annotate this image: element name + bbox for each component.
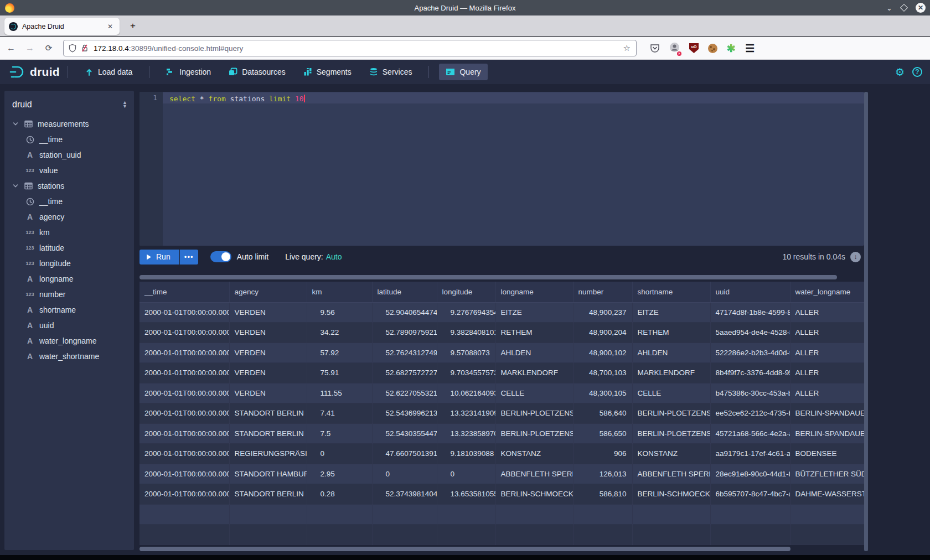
column-header-number[interactable]: number (573, 282, 632, 302)
sidebar-column-km[interactable]: 123km (4, 225, 134, 240)
download-icon[interactable]: ↓ (850, 252, 861, 262)
table-cell[interactable]: STANDORT BERLIN (229, 403, 307, 424)
table-cell[interactable]: ee52ce62-212c-4735-b4 (710, 403, 790, 424)
table-cell[interactable]: 13.3238589706 (437, 423, 495, 444)
table-cell[interactable]: CELLE (495, 383, 573, 403)
back-button[interactable]: ← (3, 40, 19, 56)
scrollbar-thumb[interactable] (140, 547, 790, 551)
table-cell[interactable]: BERLIN-PLOETZENSEE C (495, 403, 573, 424)
sidebar-column-number[interactable]: 123number (4, 287, 134, 302)
table-cell[interactable]: BERLIN-SCHMOECKWITZ (495, 484, 573, 505)
table-cell[interactable]: ALLER (790, 302, 864, 323)
table-cell[interactable]: 48,900,204 (573, 323, 632, 343)
table-cell[interactable]: 0.28 (307, 484, 372, 505)
table-cell[interactable]: BERLIN-SPANDAUER-S (790, 403, 864, 424)
tab-apache-druid[interactable]: Apache Druid ✕ (4, 18, 120, 35)
sidebar-column-__time[interactable]: __time (4, 194, 134, 209)
table-cell[interactable]: 48,300,105 (573, 383, 632, 403)
ublock-shield-icon[interactable]: uO (689, 43, 699, 53)
auto-limit-toggle[interactable] (210, 251, 231, 262)
table-cell[interactable]: 8b4f9f7c-3376-4dd8-95c (710, 363, 790, 383)
run-more-button[interactable]: ••• (180, 250, 198, 265)
schema-header[interactable]: druid ▲▼ (4, 91, 134, 116)
window-minimize-icon[interactable]: ⌄ (886, 4, 892, 12)
window-maximize-icon[interactable] (900, 4, 908, 12)
new-tab-button[interactable]: + (126, 20, 140, 33)
table-cell[interactable]: aa9179c1-17ef-4c61-a48 (710, 444, 790, 464)
column-header-longitude[interactable]: longitude (437, 282, 495, 302)
double-caret-icon[interactable]: ▲▼ (122, 101, 127, 108)
column-header-agency[interactable]: agency (229, 282, 307, 302)
table-cell[interactable]: 2000-01-01T00:00:00.000Z (140, 323, 229, 343)
table-cell[interactable]: VERDEN (229, 302, 307, 323)
column-header-shortname[interactable]: shortname (632, 282, 710, 302)
sidebar-column-water_longname[interactable]: Awater_longname (4, 333, 134, 349)
table-cell[interactable]: 52.7890975921 (372, 323, 437, 343)
table-cell[interactable]: BERLIN-SPANDAUER-S (790, 423, 864, 444)
table-cell[interactable]: 2000-01-01T00:00:00.000Z (140, 464, 229, 484)
table-cell[interactable]: EITZE (495, 302, 573, 323)
table-cell[interactable]: VERDEN (229, 323, 307, 343)
table-cell[interactable]: 28ec91e8-90c0-44d1-8fc (710, 464, 790, 484)
table-cell[interactable]: 2000-01-01T00:00:00.000Z (140, 403, 229, 424)
nav-item-query[interactable]: Query (439, 64, 487, 80)
sidebar-table-stations[interactable]: stations (4, 178, 134, 194)
table-cell[interactable]: 7.41 (307, 403, 372, 424)
url-text[interactable]: 172.18.0.4:30899/unified-console.html#qu… (94, 44, 622, 53)
table-cell[interactable]: 48,700,103 (573, 363, 632, 383)
table-cell[interactable]: 111.55 (307, 383, 372, 403)
table-cell[interactable]: ALLER (790, 343, 864, 363)
chevron-down-icon[interactable] (12, 121, 19, 127)
table-cell[interactable]: 586,810 (573, 484, 632, 505)
asterisk-extension-icon[interactable]: ✱ (727, 42, 736, 55)
sidebar-column-station_uuid[interactable]: Astation_uuid (4, 147, 134, 163)
sidebar-column-agency[interactable]: Aagency (4, 209, 134, 225)
table-cell[interactable]: EITZE (632, 302, 710, 323)
table-cell[interactable]: 0 (437, 464, 495, 484)
table-cell[interactable]: 2000-01-01T00:00:00.000Z (140, 484, 229, 505)
table-cell[interactable]: BODENSEE (790, 444, 864, 464)
chevron-down-icon[interactable] (12, 183, 19, 189)
account-icon[interactable]: ✕ (669, 42, 680, 55)
table-cell[interactable]: ABBENFLETH SPERRWER (632, 464, 710, 484)
tab-close-icon[interactable]: ✕ (105, 22, 115, 32)
column-header-__time[interactable]: __time (140, 282, 229, 302)
table-cell[interactable]: RETHEM (632, 323, 710, 343)
table-cell[interactable]: AHLDEN (632, 343, 710, 363)
sidebar-column-water_shortname[interactable]: Awater_shortname (4, 349, 134, 364)
sidebar-column-longname[interactable]: Alongname (4, 271, 134, 287)
run-button[interactable]: Run (140, 250, 179, 265)
table-cell[interactable]: ALLER (790, 323, 864, 343)
table-cell[interactable]: 52.6827572727 (372, 363, 437, 383)
nav-item-services[interactable]: Services (363, 64, 419, 80)
table-cell[interactable]: 906 (573, 444, 632, 464)
table-cell[interactable]: 586,650 (573, 423, 632, 444)
table-cell[interactable]: 34.22 (307, 323, 372, 343)
table-cell[interactable]: KONSTANZ (632, 444, 710, 464)
table-cell[interactable]: 75.91 (307, 363, 372, 383)
table-cell[interactable]: b475386c-30cc-453a-b3 (710, 383, 790, 403)
table-cell[interactable]: 9.3828408101 (437, 323, 495, 343)
table-cell[interactable]: 52.3743981404 (372, 484, 437, 505)
sidebar-column-__time[interactable]: __time (4, 132, 134, 147)
lock-broken-icon[interactable] (80, 44, 89, 53)
sidebar-table-measurements[interactable]: measurements (4, 116, 134, 132)
table-cell[interactable]: RETHEM (495, 323, 573, 343)
sidebar-column-longitude[interactable]: 123longitude (4, 256, 134, 271)
table-cell[interactable]: 47.6607501391 (372, 444, 437, 464)
table-cell[interactable]: BERLIN-PLOETZENSEE U (632, 423, 710, 444)
table-cell[interactable]: 5aaed954-de4e-4528-8f (710, 323, 790, 343)
table-cell[interactable]: BERLIN-PLOETZENSEE U (495, 423, 573, 444)
table-cell[interactable]: 52.7624312749 (372, 343, 437, 363)
column-header-longname[interactable]: longname (495, 282, 573, 302)
url-bar[interactable]: 172.18.0.4:30899/unified-console.html#qu… (63, 40, 637, 56)
column-header-latitude[interactable]: latitude (372, 282, 437, 302)
table-cell[interactable]: 522286e2-b2b3-4d0d-9a (710, 343, 790, 363)
table-cell[interactable]: STANDORT HAMBURG (229, 464, 307, 484)
table-cell[interactable]: 7.5 (307, 423, 372, 444)
cookie-icon[interactable] (708, 44, 717, 53)
table-cell[interactable]: 48,900,102 (573, 343, 632, 363)
window-close-icon[interactable]: ✕ (916, 3, 926, 13)
table-cell[interactable]: 9.2767694354 (437, 302, 495, 323)
column-header-km[interactable]: km (307, 282, 372, 302)
